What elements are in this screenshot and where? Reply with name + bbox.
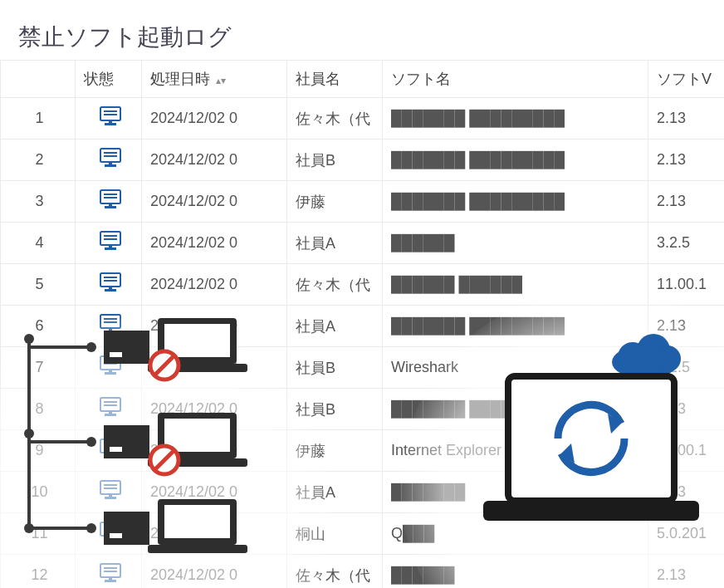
svg-rect-54	[105, 538, 116, 541]
svg-rect-59	[105, 580, 116, 582]
version-cell: 2.13	[648, 181, 725, 223]
sort-indicator-icon: ▴▾	[216, 75, 226, 86]
version-cell: 3.2.5	[648, 347, 725, 389]
software-cell: ███████ █████████	[383, 140, 648, 181]
status-cell	[76, 306, 142, 347]
table-row[interactable]: 5 2024/12/02 0 佐々木（代 ██████ ██████ 11.00…	[1, 264, 725, 306]
employee-cell: 伊藤	[287, 430, 383, 472]
monitor-icon	[84, 189, 136, 209]
row-number: 1	[1, 98, 76, 140]
monitor-icon	[84, 522, 136, 541]
datetime-cell: 2024/12/02 0	[142, 472, 287, 513]
row-number: 6	[1, 306, 76, 347]
svg-rect-43	[109, 453, 112, 455]
software-cell: ███████ █████████	[383, 98, 648, 140]
svg-rect-48	[109, 494, 112, 497]
version-cell: 2.13	[648, 140, 725, 181]
monitor-icon	[84, 480, 136, 500]
svg-rect-8	[109, 162, 112, 164]
table-row[interactable]: 11 2024/12/02 0 桐山 Q███ 5.0.201	[1, 513, 725, 555]
monitor-icon	[84, 314, 136, 334]
row-number: 7	[1, 347, 76, 389]
svg-rect-3	[109, 120, 112, 123]
software-cell: Internet Explorer	[383, 430, 648, 472]
employee-cell: 社員B	[287, 347, 383, 389]
status-cell	[76, 430, 142, 472]
col-employee[interactable]: 社員名	[287, 61, 383, 98]
svg-rect-33	[109, 370, 112, 372]
col-datetime[interactable]: 処理日時 ▴▾	[142, 61, 287, 98]
datetime-cell: 2024/12/02 0	[142, 98, 287, 140]
employee-cell: 社員B	[287, 389, 383, 430]
svg-rect-38	[109, 411, 112, 414]
status-cell	[76, 264, 142, 306]
table-row[interactable]: 8 2024/12/02 0 社員B ███████ █████████ 2.1…	[1, 389, 725, 430]
table-row[interactable]: 9 2024/12/02 0 伊藤 Internet Explorer 11.0…	[1, 430, 725, 472]
row-number: 5	[1, 264, 76, 306]
version-cell: 2.13	[648, 98, 725, 140]
status-cell	[76, 347, 142, 389]
log-table: 状態 処理日時 ▴▾ 社員名 ソフト名 ソフトV 1 2024/12/02 0 …	[0, 60, 724, 588]
svg-rect-19	[105, 247, 116, 250]
monitor-icon	[84, 272, 136, 292]
version-cell: 11.00.1	[648, 264, 725, 306]
svg-rect-18	[109, 245, 112, 247]
datetime-cell: 2024/12/02 0	[142, 306, 287, 347]
row-number: 4	[1, 223, 76, 264]
status-cell	[76, 223, 142, 264]
row-number: 12	[1, 555, 76, 589]
svg-rect-13	[109, 203, 112, 206]
table-row[interactable]: 3 2024/12/02 0 伊藤 ███████ █████████ 2.13	[1, 181, 725, 223]
employee-cell: 社員A	[287, 223, 383, 264]
monitor-icon	[84, 439, 136, 458]
version-cell: 3.2.5	[648, 223, 725, 264]
col-status[interactable]: 状態	[76, 61, 142, 98]
table-row[interactable]: 2 2024/12/02 0 社員B ███████ █████████ 2.1…	[1, 140, 725, 181]
table-row[interactable]: 10 2024/12/02 0 社員A ███████ 2.13	[1, 472, 725, 513]
row-number: 8	[1, 389, 76, 430]
software-cell: ██████ ██████	[383, 264, 648, 306]
datetime-cell: 2024/12/02 0	[142, 181, 287, 223]
svg-rect-9	[105, 164, 116, 167]
svg-rect-29	[105, 331, 116, 333]
col-rownum[interactable]	[1, 61, 76, 98]
datetime-cell: 2024/12/02 0	[142, 513, 287, 555]
svg-rect-44	[105, 455, 116, 458]
table-row[interactable]: 12 2024/12/02 0 佐々木（代 ██████ 2.13	[1, 555, 725, 589]
status-cell	[76, 513, 142, 555]
table-row[interactable]: 7 2024/12/02 0 社員B Wireshark 3.2.5	[1, 347, 725, 389]
monitor-icon	[84, 148, 136, 168]
svg-rect-4	[105, 123, 116, 125]
svg-rect-34	[105, 372, 116, 375]
employee-cell: 社員B	[287, 140, 383, 181]
svg-rect-14	[105, 206, 116, 208]
row-number: 2	[1, 140, 76, 181]
software-cell: Wireshark	[383, 347, 648, 389]
software-cell: ███████ █████████	[383, 181, 648, 223]
table-row[interactable]: 4 2024/12/02 0 社員A ██████ 3.2.5	[1, 223, 725, 264]
status-cell	[76, 555, 142, 589]
employee-cell: 桐山	[287, 513, 383, 555]
version-cell: 2.13	[648, 555, 725, 589]
table-header-row: 状態 処理日時 ▴▾ 社員名 ソフト名 ソフトV	[1, 61, 725, 98]
datetime-cell: 2024/12/02 0	[142, 347, 287, 389]
datetime-cell: 2024/12/02 0	[142, 430, 287, 472]
datetime-cell: 2024/12/02 0	[142, 223, 287, 264]
svg-rect-49	[105, 497, 116, 499]
software-cell: ███████ █████████	[383, 306, 648, 347]
monitor-icon	[84, 563, 136, 583]
svg-rect-39	[105, 414, 116, 416]
svg-rect-53	[109, 536, 112, 538]
monitor-icon	[84, 355, 136, 375]
version-cell: 11.00.1	[648, 430, 725, 472]
software-cell: ██████	[383, 555, 648, 589]
status-cell	[76, 472, 142, 513]
table-row[interactable]: 6 2024/12/02 0 社員A ███████ █████████ 2.1…	[1, 306, 725, 347]
table-row[interactable]: 1 2024/12/02 0 佐々木（代 ███████ █████████ 2…	[1, 98, 725, 140]
monitor-icon	[84, 106, 136, 126]
row-number: 11	[1, 513, 76, 555]
col-version[interactable]: ソフトV	[648, 61, 725, 98]
col-software[interactable]: ソフト名	[383, 61, 648, 98]
page-title: 禁止ソフト起動ログ	[0, 0, 724, 60]
version-cell: 2.13	[648, 306, 725, 347]
